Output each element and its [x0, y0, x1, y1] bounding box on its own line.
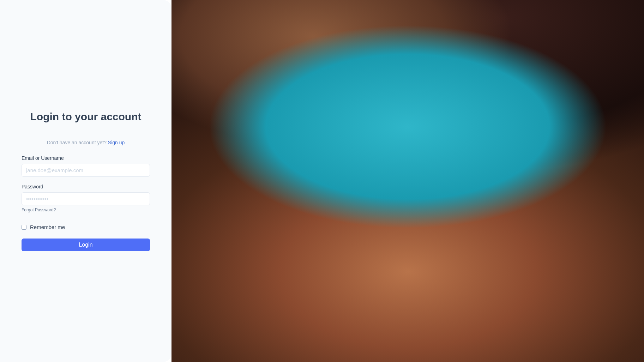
- forgot-password-link[interactable]: Forgot Password?: [22, 207, 56, 212]
- signup-link[interactable]: Sign up: [108, 140, 125, 145]
- login-panel: Login to your account Don't have an acco…: [0, 0, 171, 362]
- email-input[interactable]: [22, 164, 150, 177]
- remember-checkbox[interactable]: [22, 225, 26, 230]
- signup-prompt: Don't have an account yet? Sign up: [22, 140, 150, 145]
- email-field-group: Email or Username: [22, 155, 150, 177]
- login-page: Login to your account Don't have an acco…: [0, 0, 644, 362]
- password-input[interactable]: [22, 192, 150, 205]
- password-field-group: Password Forgot Password?: [22, 184, 150, 213]
- password-label: Password: [22, 184, 150, 189]
- signup-prompt-text: Don't have an account yet?: [47, 140, 108, 145]
- remember-row: Remember me: [22, 224, 150, 230]
- email-label: Email or Username: [22, 155, 150, 161]
- login-button[interactable]: Login: [22, 239, 150, 251]
- hero-image: [171, 0, 644, 362]
- remember-label: Remember me: [30, 224, 65, 230]
- page-title: Login to your account: [22, 111, 150, 123]
